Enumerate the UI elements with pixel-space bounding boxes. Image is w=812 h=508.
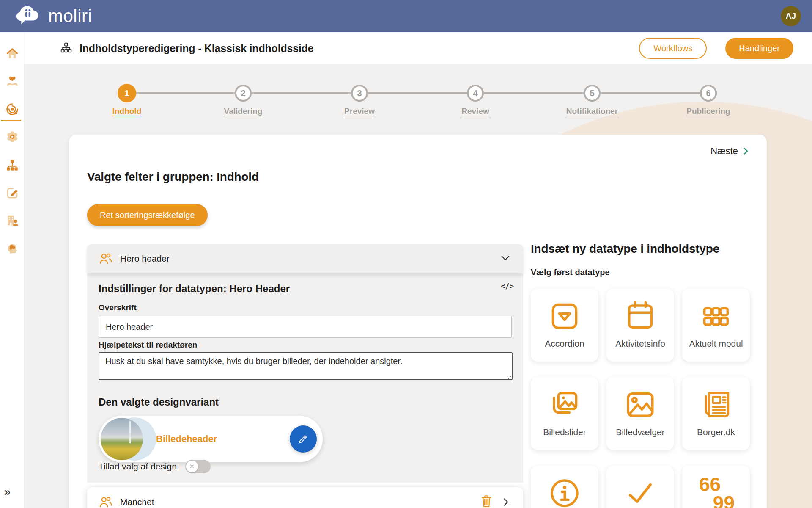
step-circle-4[interactable]: 4: [467, 85, 484, 102]
design-variant-card: Billedeheader: [99, 416, 323, 462]
building-user-icon: [6, 214, 19, 227]
design-variant-heading: Den valgte designvariant: [99, 396, 219, 408]
datatype-tile-check[interactable]: [606, 466, 674, 508]
allow-design-label: Tillad valg af design: [99, 461, 177, 472]
sidebar-item-settings[interactable]: [6, 130, 19, 143]
step-label-preview[interactable]: Preview: [344, 107, 375, 116]
next-step-link[interactable]: Næste: [710, 146, 750, 157]
sidebar-item-home[interactable]: [6, 47, 19, 60]
logo: moliri: [15, 4, 92, 28]
sidebar-item-editor[interactable]: [6, 186, 19, 199]
datatype-tile-aktuelt-modul[interactable]: Aktuelt modul: [682, 289, 750, 362]
group-heading: Valgte felter i gruppen: Indhold: [87, 170, 259, 184]
chevron-down-icon: [499, 252, 511, 265]
code-view-icon[interactable]: </>: [501, 282, 514, 290]
next-step-label: Næste: [710, 146, 738, 157]
content-type-hierarchy-icon: [60, 42, 72, 55]
datatype-tile-billedslider[interactable]: Billedslider: [531, 377, 598, 450]
design-variant-thumbnail: [101, 418, 143, 460]
datatype-panel-subheading: Vælg først datatype: [531, 268, 610, 277]
overskrift-input[interactable]: [99, 316, 512, 338]
datatype-tile-aktivitetsinfo[interactable]: Aktivitetsinfo: [606, 289, 674, 362]
datatype-panel-heading: Indsæt ny datatype i indholdstype: [531, 242, 719, 256]
design-variant-name: Billedeheader: [156, 416, 217, 462]
hero-accordion-header[interactable]: Hero header: [87, 244, 523, 273]
people-icon: [99, 496, 112, 508]
calendar-icon: [623, 299, 657, 334]
handlinger-button[interactable]: Handlinger: [725, 38, 793, 59]
datatype-tile-borger-dk[interactable]: Borger.dk: [682, 377, 750, 450]
orbit-target-icon: [6, 103, 19, 116]
cloud-logo-icon: [15, 4, 42, 28]
sidebar-item-care[interactable]: [6, 75, 19, 88]
toggle-knob-x-icon: ✕: [186, 461, 198, 472]
step-circle-1[interactable]: 1: [118, 84, 136, 102]
settings-heading: Indstillinger for datatypen: Hero Header: [99, 283, 290, 295]
help-text-label: Hjælpetekst til redaktøren: [99, 340, 197, 350]
page-title: Indholdstyperedigering - Klassisk indhol…: [80, 42, 313, 55]
sidebar-item-datatypes[interactable]: [6, 103, 19, 116]
turbine-pole: [129, 421, 131, 443]
wizard-stepper: 1 2 3 4 5 6 Indhold Validering Preview R…: [24, 64, 812, 124]
step-label-review[interactable]: Review: [461, 107, 489, 116]
sidebar-active-indicator: [1, 120, 21, 121]
sidebar-item-organization[interactable]: [6, 214, 19, 227]
image-slider-icon: [548, 387, 582, 422]
hierarchy-icon: [6, 159, 19, 171]
sidebar-item-knowledge[interactable]: [6, 242, 19, 254]
hero-accordion-title: Hero header: [120, 254, 170, 264]
sort-order-button[interactable]: Ret sorteringsrækkefølge: [87, 204, 208, 226]
atom-icon: [6, 130, 19, 143]
step-label-validering[interactable]: Validering: [224, 107, 263, 116]
accordion-icon: [548, 299, 582, 334]
user-avatar[interactable]: AJ: [781, 6, 801, 26]
app: moliri AJ Indholdstyperedigering - Klass…: [0, 0, 812, 508]
step-label-publicering[interactable]: Publicering: [686, 107, 730, 116]
sidebar: »: [0, 32, 24, 508]
datatype-tile-grid: Accordion Aktivitetsinfo: [531, 289, 750, 508]
sidebar-item-structure[interactable]: [6, 159, 19, 171]
edit-design-button[interactable]: [290, 425, 317, 453]
pencil-icon: [298, 433, 309, 444]
module-grid-icon: [699, 299, 733, 334]
sidebar-expand-button[interactable]: »: [4, 486, 11, 498]
step-circle-5[interactable]: 5: [584, 85, 601, 102]
info-icon: [548, 476, 582, 508]
quote-icon: 66 99: [699, 476, 733, 508]
manchet-accordion-title: Manchet: [120, 497, 154, 507]
workflows-button[interactable]: Workflows: [639, 38, 707, 59]
logo-text: moliri: [48, 6, 92, 26]
hero-settings-section: Indstillinger for datatypen: Hero Header…: [87, 273, 523, 483]
step-circle-6[interactable]: 6: [700, 85, 717, 102]
content-area: 1 2 3 4 5 6 Indhold Validering Preview R…: [24, 64, 812, 508]
chevron-right-icon: [500, 497, 511, 508]
datatype-tile-billedvaelger[interactable]: Billedvælger: [606, 377, 674, 450]
chevron-right-icon: [741, 147, 750, 155]
overskrift-label: Overskrift: [99, 303, 137, 312]
help-text-area[interactable]: Husk at du skal have samtykke, hvis du b…: [99, 352, 513, 380]
step-circle-3[interactable]: 3: [351, 85, 368, 102]
trash-icon[interactable]: [480, 494, 493, 508]
stepper-connector: [127, 92, 708, 94]
edit-icon: [6, 186, 19, 199]
image-picker-icon: [623, 387, 657, 422]
hands-heart-icon: [6, 75, 19, 88]
step-label-notifikationer[interactable]: Notifikationer: [566, 107, 618, 116]
datatype-tile-info[interactable]: [531, 466, 598, 508]
people-icon: [99, 253, 112, 265]
app-header: moliri AJ: [0, 0, 812, 32]
page-toolbar: Indholdstyperedigering - Klassisk indhol…: [0, 32, 812, 64]
toolbar-buttons: Workflows Handlinger: [639, 38, 793, 59]
step-label-indhold[interactable]: Indhold: [112, 107, 142, 116]
head-brain-icon: [6, 242, 19, 254]
allow-design-row: Tillad valg af design ✕: [99, 460, 211, 473]
datatype-tile-accordion[interactable]: Accordion: [531, 289, 598, 362]
step-circle-2[interactable]: 2: [235, 85, 252, 102]
newspaper-icon: [699, 387, 733, 422]
allow-design-toggle[interactable]: ✕: [185, 460, 211, 473]
main-card: Næste Valgte felter i gruppen: Indhold R…: [69, 135, 767, 508]
checkmark-icon: [623, 476, 657, 508]
home-icon: [6, 47, 19, 60]
datatype-tile-quote[interactable]: 66 99: [682, 466, 750, 508]
manchet-accordion-header[interactable]: Manchet: [87, 487, 523, 508]
